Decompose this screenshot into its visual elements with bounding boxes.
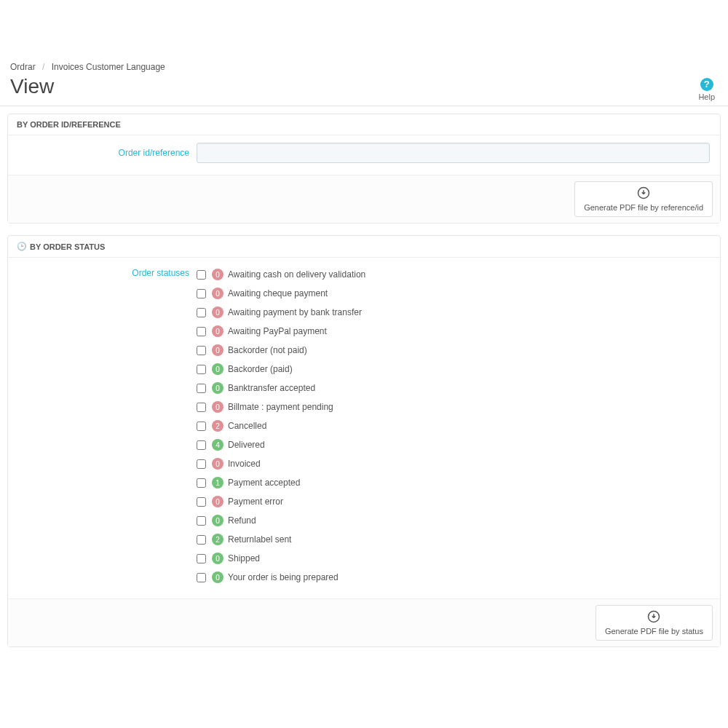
status-checkbox[interactable] xyxy=(197,384,206,393)
help-button[interactable]: ? Help xyxy=(698,78,715,101)
panel-heading-reference: BY ORDER ID/REFERENCE xyxy=(8,114,720,135)
status-count-badge: 0 xyxy=(212,325,223,337)
generate-pdf-by-reference-button[interactable]: Generate PDF file by reference/id xyxy=(574,181,713,217)
status-row: 0Awaiting payment by bank transfer xyxy=(197,303,365,322)
status-checkbox[interactable] xyxy=(197,497,206,507)
status-checkbox[interactable] xyxy=(197,346,206,355)
status-label: Awaiting payment by bank transfer xyxy=(228,307,362,317)
order-reference-label: Order id/reference xyxy=(18,148,197,158)
status-row: 0Billmate : payment pending xyxy=(197,397,365,416)
status-row: 2Returnlabel sent xyxy=(197,530,365,549)
breadcrumb-root[interactable]: Ordrar xyxy=(10,62,36,72)
status-label: Your order is being prepared xyxy=(228,572,339,582)
breadcrumb-current[interactable]: Invoices Customer Language xyxy=(52,62,165,72)
status-count-badge: 0 xyxy=(212,571,223,583)
status-label: Invoiced xyxy=(228,459,261,469)
status-label: Billmate : payment pending xyxy=(228,402,333,412)
status-count-badge: 0 xyxy=(212,306,223,318)
status-label: Payment accepted xyxy=(228,478,300,488)
panel-heading-status-text: BY ORDER STATUS xyxy=(30,242,105,251)
panel-by-order-reference: BY ORDER ID/REFERENCE Order id/reference… xyxy=(7,114,721,223)
status-list: 0Awaiting cash on delivery validation0Aw… xyxy=(197,265,365,587)
status-label: Returnlabel sent xyxy=(228,534,291,545)
status-label: Payment error xyxy=(228,496,283,507)
status-count-badge: 2 xyxy=(212,534,223,545)
panel-heading-status: BY ORDER STATUS xyxy=(8,236,720,258)
panel-heading-reference-text: BY ORDER ID/REFERENCE xyxy=(17,120,121,129)
status-row: 0Payment error xyxy=(197,492,365,511)
status-row: 0Awaiting PayPal payment xyxy=(197,322,365,341)
status-count-badge: 0 xyxy=(212,496,223,507)
status-label: Awaiting cash on delivery validation xyxy=(228,269,365,280)
status-label: Cancelled xyxy=(228,421,266,431)
breadcrumb-sep: / xyxy=(42,62,44,72)
status-checkbox[interactable] xyxy=(197,516,206,526)
breadcrumb: Ordrar / Invoices Customer Language xyxy=(10,62,718,72)
download-icon xyxy=(584,186,703,202)
status-checkbox[interactable] xyxy=(197,478,206,488)
status-count-badge: 0 xyxy=(212,288,223,299)
panel-by-order-status: BY ORDER STATUS Order statuses 0Awaiting… xyxy=(7,235,721,647)
status-checkbox[interactable] xyxy=(197,573,206,582)
status-count-badge: 0 xyxy=(212,515,223,526)
status-count-badge: 2 xyxy=(212,420,223,432)
status-checkbox[interactable] xyxy=(197,422,206,431)
order-reference-input[interactable] xyxy=(197,143,710,163)
status-row: 0Shipped xyxy=(197,549,365,568)
status-count-badge: 0 xyxy=(212,363,223,375)
status-row: 0Backorder (paid) xyxy=(197,360,365,379)
download-icon xyxy=(605,610,703,625)
status-checkbox[interactable] xyxy=(197,327,206,336)
status-row: 0Invoiced xyxy=(197,454,365,473)
status-row: 4Delivered xyxy=(197,435,365,454)
status-row: 2Cancelled xyxy=(197,416,365,435)
status-label: Banktransfer accepted xyxy=(228,383,315,393)
status-checkbox[interactable] xyxy=(197,535,206,545)
status-row: 0Your order is being prepared xyxy=(197,568,365,587)
status-label: Refund xyxy=(228,515,256,526)
status-label: Backorder (paid) xyxy=(228,364,293,374)
status-label: Awaiting cheque payment xyxy=(228,288,328,298)
status-checkbox[interactable] xyxy=(197,270,206,280)
status-label: Awaiting PayPal payment xyxy=(228,326,327,336)
status-count-badge: 0 xyxy=(212,382,223,394)
status-row: 0Awaiting cheque payment xyxy=(197,284,365,303)
status-checkbox[interactable] xyxy=(197,403,206,412)
status-checkbox[interactable] xyxy=(197,289,206,298)
generate-pdf-by-reference-label: Generate PDF file by reference/id xyxy=(584,203,703,212)
status-row: 1Payment accepted xyxy=(197,473,365,492)
status-count-badge: 4 xyxy=(212,439,223,451)
status-checkbox[interactable] xyxy=(197,365,206,374)
status-count-badge: 0 xyxy=(212,458,223,470)
status-row: 0Backorder (not paid) xyxy=(197,341,365,360)
order-statuses-label: Order statuses xyxy=(18,265,197,278)
status-count-badge: 0 xyxy=(212,344,223,356)
status-count-badge: 0 xyxy=(212,401,223,413)
clock-icon xyxy=(17,242,30,251)
status-label: Shipped xyxy=(228,553,260,563)
page-title: View xyxy=(10,75,718,98)
status-checkbox[interactable] xyxy=(197,459,206,469)
generate-pdf-by-status-label: Generate PDF file by status xyxy=(605,627,703,636)
status-count-badge: 0 xyxy=(212,553,223,564)
help-icon: ? xyxy=(700,78,713,91)
status-row: 0Refund xyxy=(197,511,365,530)
status-row: 0Banktransfer accepted xyxy=(197,379,365,397)
status-checkbox[interactable] xyxy=(197,308,206,317)
status-checkbox[interactable] xyxy=(197,440,206,450)
status-count-badge: 1 xyxy=(212,477,223,488)
status-count-badge: 0 xyxy=(212,269,223,280)
status-checkbox[interactable] xyxy=(197,554,206,563)
status-row: 0Awaiting cash on delivery validation xyxy=(197,265,365,284)
help-label: Help xyxy=(698,92,715,101)
generate-pdf-by-status-button[interactable]: Generate PDF file by status xyxy=(596,605,713,641)
status-label: Delivered xyxy=(228,440,265,450)
status-label: Backorder (not paid) xyxy=(228,345,307,355)
